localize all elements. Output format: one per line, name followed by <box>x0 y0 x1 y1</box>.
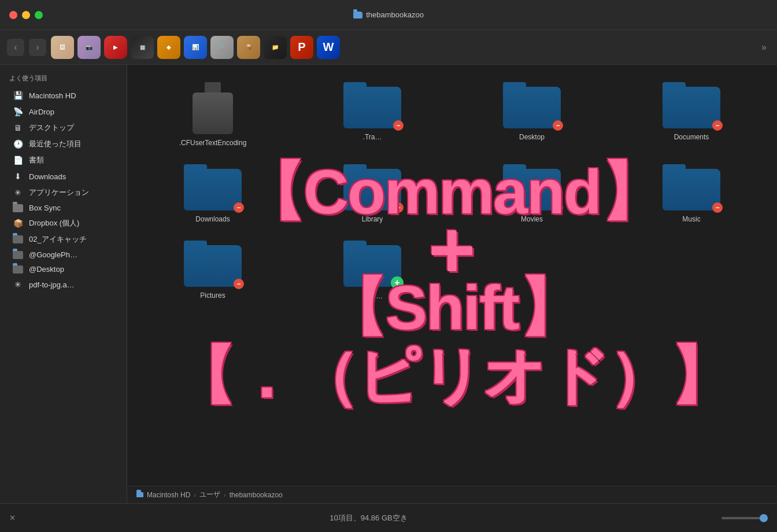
breadcrumb-item-1[interactable]: Macintosh HD <box>147 491 190 499</box>
sidebar-label-airdrop: AirDrop <box>29 108 54 116</box>
no-access-badge: − <box>393 202 404 213</box>
list-item[interactable]: + リッ… <box>298 241 446 301</box>
sidebar-label-desktop: デスクトップ <box>29 123 74 133</box>
photos-app-icon[interactable]: 🖼 <box>51 36 74 59</box>
list-item[interactable]: − Desktop <box>458 82 606 147</box>
recents-icon: 🕐 <box>13 139 23 149</box>
no-access-badge: − <box>234 279 244 289</box>
add-badge: + <box>391 276 404 289</box>
close-button[interactable] <box>9 11 17 19</box>
folder-icon: − <box>343 82 401 128</box>
no-access-badge: − <box>234 202 244 213</box>
sidebar-label-pdftojpg: pdf-to-jpg.a… <box>29 280 75 289</box>
present-app-icon[interactable]: 📊 <box>184 36 207 59</box>
folder-icon: − <box>503 164 561 210</box>
sidebar-item-atdesktop[interactable]: @Desktop <box>3 262 123 276</box>
sidebar-item-dropbox[interactable]: 📦 Dropbox (個人) <box>3 215 123 231</box>
file-label: .Tra… <box>363 133 382 141</box>
zip-app-icon[interactable]: 📦 <box>237 36 260 59</box>
zoom-slider-thumb <box>760 514 768 522</box>
sketch-app-icon[interactable]: ◆ <box>157 36 180 59</box>
googleph-folder-icon <box>13 251 23 259</box>
no-access-badge: − <box>712 202 723 213</box>
file-label: Music <box>682 215 700 223</box>
store-app-icon[interactable]: 🛒 <box>210 36 234 59</box>
maximize-button[interactable] <box>35 11 43 19</box>
sidebar-item-airdrop[interactable]: 📡 AirDrop <box>3 104 123 120</box>
sidebar: よく使う項目 💾 Macintosh HD 📡 AirDrop 🖥 デスクトップ… <box>0 65 127 503</box>
file-label: .CFUserTextEncoding <box>179 139 247 147</box>
sidebar-item-googleph[interactable]: @GooglePh… <box>3 247 123 262</box>
overlay-line3: 【．（ピリオド）】 <box>173 345 731 407</box>
window-title: thebambookazoo <box>353 10 424 19</box>
powerpoint-app-icon[interactable]: P <box>290 36 313 59</box>
photos2-app-icon[interactable]: 📷 <box>77 36 101 59</box>
status-bar: ✕ 10項目、94.86 GB空き <box>0 503 777 532</box>
list-item[interactable]: − Pictures <box>139 241 287 301</box>
sidebar-label-atdesktop: @Desktop <box>29 265 64 274</box>
spectrum-app-icon[interactable]: ▦ <box>131 36 154 59</box>
expand-toolbar-button[interactable]: » <box>758 40 770 55</box>
sidebar-label-macintosh-hd: Macintosh HD <box>29 91 76 100</box>
list-item[interactable]: − Movies <box>458 164 606 223</box>
file-label: Downloads <box>195 215 230 223</box>
folder-icon: − <box>343 164 401 210</box>
title-folder-icon <box>353 12 362 19</box>
sidebar-item-macintosh-hd[interactable]: 💾 Macintosh HD <box>3 87 123 104</box>
folder-icon: − <box>184 164 242 210</box>
sidebar-label-applications: アプリケーション <box>29 187 89 198</box>
word-app-icon[interactable]: W <box>317 36 340 59</box>
breadcrumb-folder-icon <box>136 492 143 497</box>
sidebar-label-docs: 書類 <box>29 155 44 165</box>
list-item[interactable]: − Downloads <box>139 164 287 223</box>
sidebar-label-recents: 最近使った項目 <box>29 139 82 149</box>
folder-icon: + <box>343 241 401 287</box>
sidebar-label-dropbox: Dropbox (個人) <box>29 218 79 228</box>
aikeyatch-folder-icon <box>13 235 23 243</box>
sidebar-label-downloads: Downloads <box>29 172 66 181</box>
sidebar-item-applications[interactable]: ✳ アプリケーション <box>3 184 123 201</box>
dropbox-icon: 📦 <box>13 218 23 228</box>
file-label: リッ… <box>362 291 383 301</box>
file-label: Desktop <box>519 133 545 141</box>
sidebar-label-googleph: @GooglePh… <box>29 250 77 259</box>
minimize-button[interactable] <box>22 11 30 19</box>
sidebar-item-recents[interactable]: 🕐 最近使った項目 <box>3 136 123 152</box>
usb-drive-icon <box>193 82 233 134</box>
forward-button[interactable]: › <box>29 39 46 56</box>
file-label: Movies <box>521 215 543 223</box>
prompt-app-icon[interactable]: ▶ <box>104 36 127 59</box>
list-item[interactable]: − Library <box>298 164 446 223</box>
traffic-lights <box>9 11 43 19</box>
zoom-slider[interactable] <box>722 517 768 519</box>
list-item[interactable]: .CFUserTextEncoding <box>139 82 287 147</box>
status-right <box>722 517 768 519</box>
file-label: Documents <box>674 133 709 141</box>
file-label: Pictures <box>200 291 225 300</box>
list-item[interactable]: − .Tra… <box>298 82 446 147</box>
status-close-icon[interactable]: ✕ <box>9 513 16 522</box>
sidebar-item-aikeyatch[interactable]: 02_アイキャッチ <box>3 231 123 247</box>
sidebar-item-boxsync[interactable]: Box Sync <box>3 201 123 215</box>
sidebar-item-desktop[interactable]: 🖥 デスクトップ <box>3 120 123 136</box>
atdesktop-folder-icon <box>13 265 23 274</box>
pdftojpg-icon: ✳ <box>13 279 23 290</box>
desktop-icon: 🖥 <box>13 123 23 133</box>
list-item[interactable]: − Documents <box>617 82 765 147</box>
breadcrumb-item-2[interactable]: ユーザ <box>199 490 220 500</box>
sidebar-item-pdftojpg[interactable]: ✳ pdf-to-jpg.a… <box>3 276 123 293</box>
boxsync-folder-icon <box>13 204 23 212</box>
downloads-icon: ⬇ <box>13 171 23 182</box>
file-label: Library <box>362 215 383 223</box>
sidebar-section-title: よく使う項目 <box>0 72 127 87</box>
sidebar-label-boxsync: Box Sync <box>29 204 61 212</box>
no-access-badge: − <box>393 120 404 131</box>
main-layout: よく使う項目 💾 Macintosh HD 📡 AirDrop 🖥 デスクトップ… <box>0 65 777 503</box>
back-button[interactable]: ‹ <box>7 39 24 56</box>
list-item[interactable]: − Music <box>617 164 765 223</box>
folder-dark-app-icon[interactable]: 📁 <box>264 36 287 59</box>
sidebar-item-downloads[interactable]: ⬇ Downloads <box>3 168 123 184</box>
sidebar-item-docs[interactable]: 📄 書類 <box>3 152 123 168</box>
breadcrumb-item-3[interactable]: thebambookazoo <box>230 491 283 499</box>
applications-icon: ✳ <box>13 187 23 198</box>
